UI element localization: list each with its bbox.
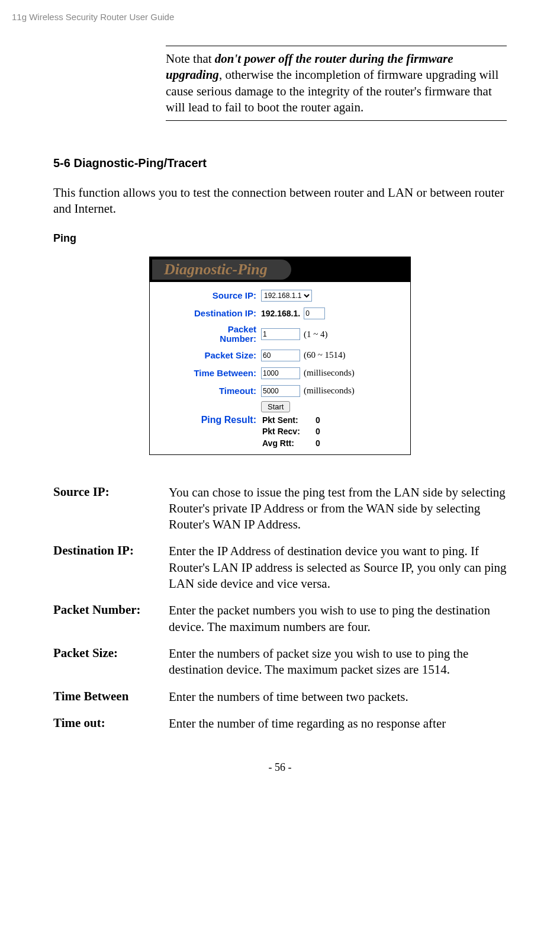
packet-number-input[interactable] bbox=[261, 328, 300, 340]
diagnostic-ping-screenshot: Diagnostic-Ping Source IP: 192.168.1.1 D… bbox=[149, 257, 411, 455]
def-row: Destination IP: Enter the IP Address of … bbox=[53, 543, 507, 592]
pkt-sent-key: Pkt Sent: bbox=[262, 415, 316, 427]
timeout-hint: (milliseconds) bbox=[304, 386, 355, 396]
packet-number-label: PacketNumber: bbox=[156, 323, 261, 345]
def-term: Source IP: bbox=[53, 485, 169, 533]
note-box: Note that don't power off the router dur… bbox=[166, 46, 507, 121]
def-row: Packet Size: Enter the numbers of packet… bbox=[53, 646, 507, 678]
def-desc: Enter the number of time regarding as no… bbox=[169, 716, 507, 732]
packet-size-hint: (60 ~ 1514) bbox=[304, 350, 346, 360]
source-ip-select[interactable]: 192.168.1.1 bbox=[261, 290, 312, 302]
intro-text: This function allows you to test the con… bbox=[53, 185, 507, 217]
pkt-recv-key: Pkt Recv: bbox=[262, 426, 316, 438]
time-between-input[interactable] bbox=[261, 367, 300, 379]
def-desc: Enter the IP Address of destination devi… bbox=[169, 543, 507, 592]
avg-rtt-key: Avg Rtt: bbox=[262, 438, 316, 450]
source-ip-label: Source IP: bbox=[156, 291, 261, 301]
time-between-hint: (milliseconds) bbox=[304, 368, 355, 378]
def-row: Source IP: You can chose to issue the pi… bbox=[53, 485, 507, 533]
def-desc: Enter the packet numbers you wish to use… bbox=[169, 603, 507, 635]
def-desc: You can chose to issue the ping test fro… bbox=[169, 485, 507, 533]
def-term: Destination IP: bbox=[53, 543, 169, 592]
pkt-sent-val: 0 bbox=[316, 415, 320, 427]
destination-ip-prefix: 192.168.1. bbox=[261, 309, 300, 318]
section-heading: 5-6 Diagnostic-Ping/Tracert bbox=[53, 156, 507, 170]
start-button[interactable]: Start bbox=[261, 401, 290, 412]
screenshot-titlebar: Diagnostic-Ping bbox=[150, 257, 410, 282]
packet-size-input[interactable] bbox=[261, 350, 300, 361]
page-number: - 56 - bbox=[53, 761, 507, 774]
screenshot-title: Diagnostic-Ping bbox=[152, 260, 291, 280]
def-row: Time Between Enter the numbers of time b… bbox=[53, 689, 507, 705]
def-term: Packet Number: bbox=[53, 603, 169, 635]
ping-result-values: Pkt Sent: 0 Pkt Recv: 0 Avg Rtt: 0 bbox=[262, 415, 320, 450]
pkt-recv-val: 0 bbox=[316, 426, 320, 438]
destination-ip-label: Destination IP: bbox=[156, 309, 261, 319]
ping-result-label: Ping Result: bbox=[156, 415, 262, 450]
definitions-list: Source IP: You can chose to issue the pi… bbox=[53, 485, 507, 732]
avg-rtt-val: 0 bbox=[316, 438, 320, 450]
def-term: Time Between bbox=[53, 689, 169, 705]
def-row: Time out: Enter the number of time regar… bbox=[53, 716, 507, 732]
note-prefix: Note that bbox=[166, 52, 215, 66]
time-between-label: Time Between: bbox=[156, 369, 261, 379]
def-desc: Enter the numbers of time between two pa… bbox=[169, 689, 507, 705]
destination-ip-input[interactable] bbox=[304, 307, 325, 319]
def-term: Packet Size: bbox=[53, 646, 169, 678]
packet-size-label: Packet Size: bbox=[156, 351, 261, 361]
def-row: Packet Number: Enter the packet numbers … bbox=[53, 603, 507, 635]
page-header: 11g Wireless Security Router User Guide bbox=[12, 12, 507, 22]
timeout-label: Timeout: bbox=[156, 386, 261, 396]
def-desc: Enter the numbers of packet size you wis… bbox=[169, 646, 507, 678]
timeout-input[interactable] bbox=[261, 385, 300, 397]
sub-heading-ping: Ping bbox=[53, 232, 507, 245]
packet-number-hint: (1 ~ 4) bbox=[304, 329, 328, 339]
def-term: Time out: bbox=[53, 716, 169, 732]
